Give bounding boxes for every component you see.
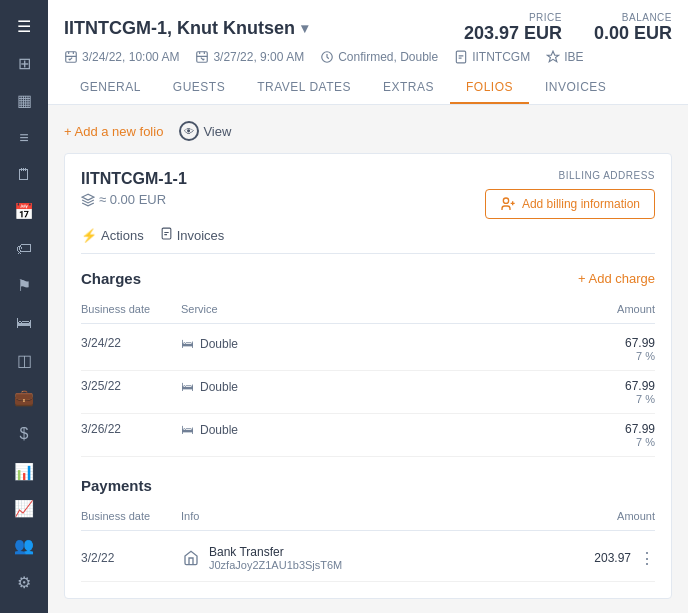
kebab-menu-button[interactable]: ⋮ [639,549,655,568]
payment-amount-1: 203.97 [594,551,631,565]
charges-table-header: Business date Service Amount [81,299,655,324]
payments-title: Payments [81,477,152,494]
sidebar: ☰ ⊞ ▦ ≡ 🗒 📅 🏷 ⚑ 🛏 ◫ 💼 $ 📊 📈 👥 ⚙ [0,0,48,613]
checkout-date: 3/27/22, 9:00 AM [213,50,304,64]
folio-tab-invoices[interactable]: Invoices [160,219,225,253]
document-icon[interactable]: 🗒 [6,158,42,191]
bed-icon-row1: 🛏 [181,336,194,351]
view-button[interactable]: 👁 View [179,121,231,141]
folio-billing-section: BILLING ADDRESS Add billing information [485,170,655,219]
charge-amount-main-2: 67.99 [575,379,655,393]
actions-icon: ⚡ [81,228,97,243]
dollar-icon[interactable]: $ [6,418,42,451]
clock-icon [320,50,334,64]
table-row: 3/26/22 🛏 Double 67.99 7 % [81,414,655,457]
report-icon[interactable]: 📊 [6,455,42,488]
status-info: Confirmed, Double [320,50,438,64]
home-icon[interactable]: ⊞ [6,47,42,80]
tab-guests[interactable]: GUESTS [157,72,241,104]
users-icon[interactable]: 👥 [6,529,42,562]
settings-icon[interactable]: ⚙ [6,566,42,599]
charge-service-1: 🛏 Double [181,336,575,351]
pay-col-amount: Amount [575,510,655,522]
charge-date-3: 3/26/22 [81,422,181,436]
layers-icon[interactable]: ◫ [6,344,42,377]
actions-label: Actions [101,228,144,243]
calendar-icon[interactable]: 📅 [6,195,42,228]
page-content: + Add a new folio 👁 View IITNTCGM-1-1 ≈ … [48,105,688,613]
payment-amount-col-1: 203.97 ⋮ [575,549,655,568]
payments-table: Business date Info Amount 3/2/22 Bank Tr [81,506,655,582]
table-row: 3/24/22 🛏 Double 67.99 7 % [81,328,655,371]
charge-service-name-1: Double [200,337,238,351]
checkout-icon [195,50,209,64]
title-dropdown-icon[interactable]: ▾ [301,20,308,36]
add-charge-button[interactable]: + Add charge [578,271,655,286]
folio-tab-actions[interactable]: ⚡ Actions [81,219,144,253]
add-folio-button[interactable]: + Add a new folio [64,124,163,139]
charge-amount-main-3: 67.99 [575,422,655,436]
checkin-icon [64,50,78,64]
tab-travel-dates[interactable]: TRAVEL DATES [241,72,367,104]
payment-date-1: 3/2/22 [81,551,181,565]
checkin-date: 3/24/22, 10:00 AM [82,50,179,64]
menu-icon[interactable]: ☰ [6,10,42,43]
bed-icon-row3: 🛏 [181,422,194,437]
charge-amount-1: 67.99 7 % [575,336,655,362]
status-badge: Confirmed, Double [338,50,438,64]
folio-balance: ≈ 0.00 EUR [81,192,187,207]
header-meta: 3/24/22, 10:00 AM 3/27/22, 9:00 AM Confi… [64,50,672,64]
payments-section: Payments Business date Info Amount 3/2/2… [81,477,655,582]
navigation-tabs: GENERAL GUESTS TRAVEL DATES EXTRAS FOLIO… [64,72,672,104]
add-billing-button[interactable]: Add billing information [485,189,655,219]
checkin-info: 3/24/22, 10:00 AM [64,50,179,64]
col-header-date: Business date [81,303,181,315]
reference-info: IITNTCGM [454,50,530,64]
header-prices: PRICE 203.97 EUR BALANCE 0.00 EUR [464,12,672,44]
charge-amount-2: 67.99 7 % [575,379,655,405]
ibe-info: IBE [546,50,583,64]
col-header-amount: Amount [575,303,655,315]
tab-invoices[interactable]: INVOICES [529,72,622,104]
svg-point-4 [503,198,508,203]
chart-icon[interactable]: 📈 [6,492,42,525]
payment-info-1: Bank Transfer J0zfaJoy2Z1AU1b3SjsT6M [181,545,575,571]
list-icon[interactable]: ≡ [6,121,42,154]
payment-details: Bank Transfer J0zfaJoy2Z1AU1b3SjsT6M [209,545,342,571]
invoices-icon [160,227,173,243]
tag-icon[interactable]: 🏷 [6,232,42,265]
flag-icon[interactable]: ⚑ [6,269,42,302]
folio-card-header: IITNTCGM-1-1 [81,170,187,188]
source-value: IBE [564,50,583,64]
charge-amount-3: 67.99 7 % [575,422,655,448]
bed-icon[interactable]: 🛏 [6,307,42,340]
billing-address-label: BILLING ADDRESS [559,170,655,181]
tab-general[interactable]: GENERAL [64,72,157,104]
charge-service-name-3: Double [200,423,238,437]
briefcase-icon[interactable]: 💼 [6,381,42,414]
tab-folios[interactable]: FOLIOS [450,72,529,104]
table-row: 3/25/22 🛏 Double 67.99 7 % [81,371,655,414]
charge-amount-main-1: 67.99 [575,336,655,350]
svg-rect-5 [162,228,171,239]
charges-section-header: Charges + Add charge [81,270,655,287]
page-title: IITNTCGM-1, Knut Knutsen ▾ [64,18,308,39]
payments-table-header: Business date Info Amount [81,506,655,531]
folio-id: IITNTCGM-1-1 [81,170,187,188]
price-value: 203.97 EUR [464,23,562,44]
bank-transfer-icon [181,548,201,568]
payments-section-header: Payments [81,477,655,494]
balance-value: 0.00 EUR [594,23,672,44]
pay-col-info: Info [181,510,575,522]
balance-block: BALANCE 0.00 EUR [594,12,672,44]
payment-ref-1: J0zfaJoy2Z1AU1b3SjsT6M [209,559,342,571]
charge-date-2: 3/25/22 [81,379,181,393]
page-header: IITNTCGM-1, Knut Knutsen ▾ PRICE 203.97 … [48,0,688,105]
balance-icon [81,193,95,207]
checkout-info: 3/27/22, 9:00 AM [195,50,304,64]
view-icon: 👁 [179,121,199,141]
tab-extras[interactable]: EXTRAS [367,72,450,104]
folio-card: IITNTCGM-1-1 ≈ 0.00 EUR BILLING ADDRESS … [64,153,672,599]
charge-tax-2: 7 % [575,393,655,405]
grid-icon[interactable]: ▦ [6,84,42,117]
